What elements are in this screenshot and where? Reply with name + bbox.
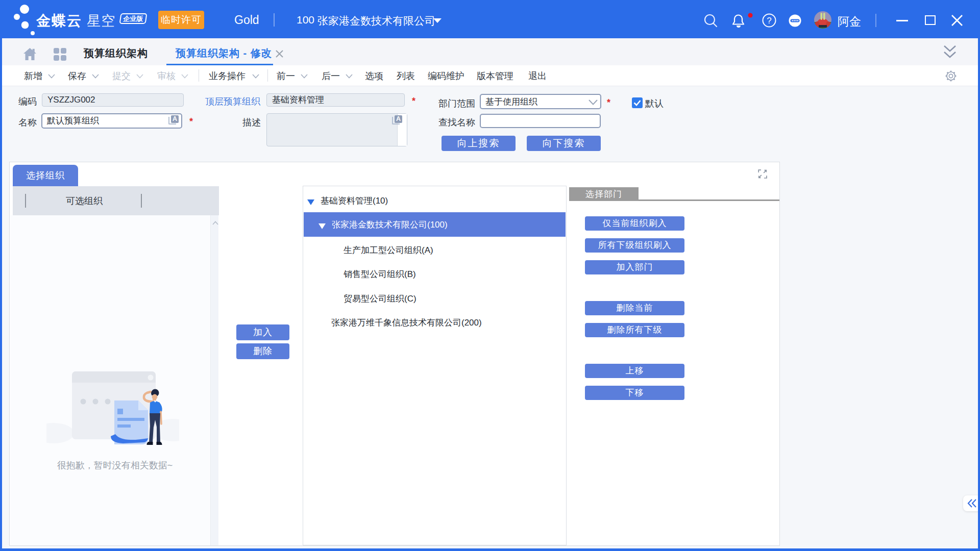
svg-text:?: ? — [767, 16, 771, 26]
